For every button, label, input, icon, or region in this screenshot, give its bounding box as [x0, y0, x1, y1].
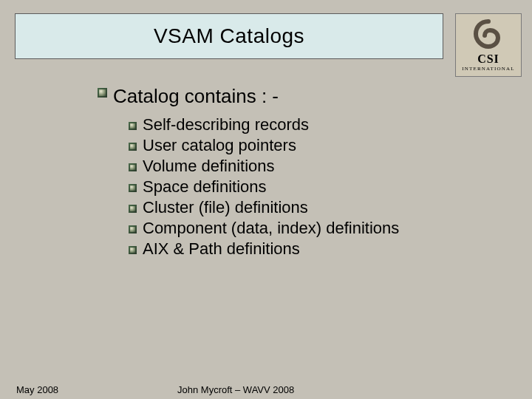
main-heading: Catalog contains : - [113, 85, 279, 108]
bullet-icon [129, 225, 137, 233]
list-item: Space definitions [129, 177, 519, 197]
list-item-label: Component (data, index) definitions [143, 219, 399, 238]
swirl-icon [473, 18, 504, 50]
title-bar: VSAM Catalogs [15, 13, 443, 59]
logo-subtitle: INTERNATIONAL [462, 66, 515, 72]
bullet-icon [129, 163, 137, 171]
list-item: AIX & Path definitions [129, 239, 519, 259]
bullet-icon [129, 122, 137, 130]
logo-box: CSI INTERNATIONAL [455, 13, 522, 77]
list-item: Component (data, index) definitions [129, 219, 519, 238]
bullet-icon [129, 205, 137, 213]
logo-name: CSI [477, 52, 499, 66]
bullet-icon [129, 184, 137, 192]
footer-author: John Mycroft – WAVV 2008 [177, 384, 294, 395]
slide-title: VSAM Catalogs [154, 24, 304, 48]
list-item: Cluster (file) definitions [129, 198, 519, 217]
list-item-label: Space definitions [143, 177, 267, 197]
list-item: Self-describing records [129, 115, 519, 134]
bullet-icon [129, 143, 137, 151]
list-item: Volume definitions [129, 157, 519, 176]
bullet-icon [98, 88, 107, 98]
list-item-label: Cluster (file) definitions [143, 198, 308, 217]
main-heading-row: Catalog contains : - [98, 85, 519, 108]
list-item-label: User catalog pointers [143, 136, 296, 155]
list-item-label: AIX & Path definitions [143, 239, 300, 259]
list-item-label: Volume definitions [143, 157, 275, 176]
sub-list: Self-describing records User catalog poi… [129, 115, 519, 259]
footer-date: May 2008 [16, 384, 58, 395]
list-item: User catalog pointers [129, 136, 519, 155]
content-area: Catalog contains : - Self-describing rec… [98, 85, 519, 260]
bullet-icon [129, 246, 137, 254]
list-item-label: Self-describing records [143, 115, 309, 134]
